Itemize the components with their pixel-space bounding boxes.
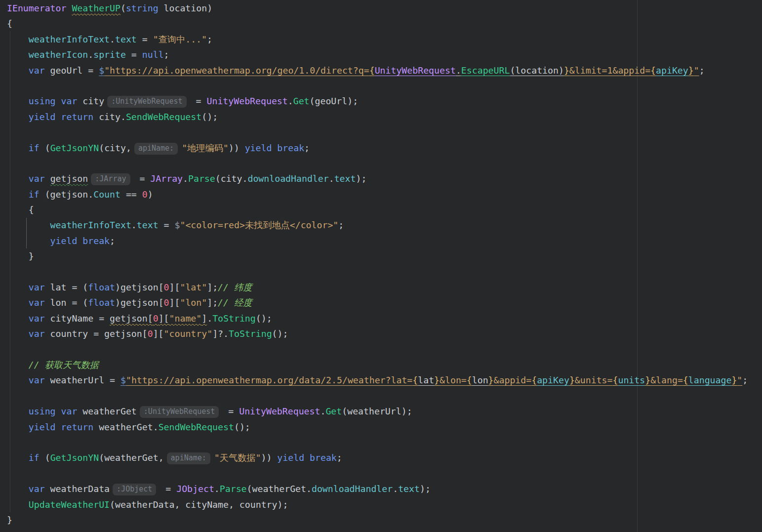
- code-line[interactable]: if (getjson.Count == 0): [7, 187, 762, 202]
- code-line[interactable]: UpdateWeatherUI(weatherData, cityName, c…: [7, 497, 762, 512]
- token-interpolation-brace: {: [531, 375, 537, 385]
- token-text: ][: [169, 297, 180, 308]
- token-text: [77, 236, 82, 246]
- token-string: &limit=1&appid=: [569, 65, 650, 76]
- token-field: text: [115, 34, 137, 44]
- code-line[interactable]: [7, 124, 762, 140]
- token-text: }: [7, 251, 34, 261]
- token-text: {: [7, 18, 12, 29]
- token-text: [56, 96, 61, 106]
- token-number: 0: [153, 313, 159, 324]
- token-number: 0: [148, 328, 153, 339]
- code-line[interactable]: {: [7, 16, 762, 31]
- code-line[interactable]: yield break;: [7, 233, 762, 248]
- token-text: [7, 96, 29, 106]
- code-line[interactable]: using var city:UnityWebRequest = UnityWe…: [7, 93, 762, 109]
- token-inlay-hint: :JArray: [91, 173, 130, 185]
- token-field: units: [618, 375, 645, 385]
- token-number: 0: [164, 282, 169, 292]
- code-line[interactable]: var weatherUrl = $"https://api.openweath…: [7, 372, 762, 388]
- code-line[interactable]: }: [7, 512, 762, 528]
- code-line[interactable]: [7, 466, 762, 481]
- token-inlay-hint: :UnityWebRequest: [107, 96, 187, 108]
- code-line[interactable]: {: [7, 202, 762, 217]
- code-line[interactable]: var lat = (float)getjson[0]["lat"];// 纬度: [7, 280, 762, 295]
- token-text: geoUrl =: [45, 65, 99, 76]
- token-keyword: string: [126, 3, 159, 13]
- code-line[interactable]: var weatherData:JObject = JObject.Parse(…: [7, 481, 762, 496]
- code-line[interactable]: var cityName = getjson[0]["name"].ToStri…: [7, 311, 762, 326]
- code-line[interactable]: }: [7, 248, 762, 264]
- code-line[interactable]: if (GetJsonYN(weatherGet,apiName:"天气数据")…: [7, 450, 762, 465]
- token-text: [7, 452, 29, 463]
- token-text: =: [159, 220, 175, 230]
- token-text: [66, 3, 72, 13]
- token-keyword: break: [310, 452, 337, 463]
- token-interpolation-dollar: $: [120, 375, 126, 385]
- code-line[interactable]: var country = getjson[0]["country"]?.ToS…: [7, 326, 762, 341]
- token-field: text: [398, 484, 420, 494]
- token-field: language: [688, 375, 732, 385]
- token-text: weatherGet.: [93, 422, 158, 432]
- code-line[interactable]: yield return city.SendWebRequest();: [7, 109, 762, 124]
- token-method: UpdateWeatherUI: [29, 499, 110, 510]
- code-line[interactable]: [7, 264, 762, 280]
- token-method: Parse: [220, 484, 247, 494]
- code-line[interactable]: weatherInfoText.text = "查询中...";: [7, 32, 762, 47]
- token-keyword: yield: [50, 236, 78, 246]
- code-line[interactable]: [7, 388, 762, 404]
- token-text: [7, 49, 29, 60]
- token-method: ToString: [229, 328, 272, 339]
- code-line[interactable]: [7, 435, 762, 450]
- token-text: (: [40, 143, 50, 153]
- token-number: 0: [164, 297, 169, 308]
- token-comment: // 纬度: [218, 282, 252, 292]
- token-keyword: var: [29, 297, 45, 308]
- token-keyword: var: [29, 282, 45, 292]
- token-text: =: [160, 484, 176, 494]
- token-keyword: using: [29, 96, 56, 106]
- token-method: SendWebRequest: [126, 112, 201, 122]
- token-text: weatherData: [45, 484, 110, 494]
- token-method: Parse: [188, 173, 215, 184]
- code-line[interactable]: weatherIcon.sprite = null;: [7, 47, 762, 62]
- token-text: =: [191, 96, 207, 106]
- token-keyword: if: [29, 189, 40, 200]
- code-line[interactable]: if (GetJsonYN(city,apiName:"地理编码")) yiel…: [7, 140, 762, 156]
- token-text: [7, 375, 29, 385]
- token-text: [7, 499, 29, 510]
- code-line[interactable]: [7, 342, 762, 357]
- code-line[interactable]: yield return weatherGet.SendWebRequest()…: [7, 419, 762, 435]
- token-text: ;: [164, 49, 169, 60]
- token-text: [272, 143, 277, 153]
- token-text: ;: [110, 236, 115, 246]
- token-method: Get: [325, 406, 342, 416]
- token-keyword: var: [29, 173, 45, 184]
- token-class-type: JObject: [176, 484, 214, 494]
- token-field: text: [137, 220, 159, 230]
- code-line[interactable]: var geoUrl = $"https://api.openweatherma…: [7, 63, 762, 78]
- token-text: .: [456, 65, 461, 76]
- code-line[interactable]: var lon = (float)getjson[0]["lon"];// 经度: [7, 295, 762, 310]
- token-text: ];: [207, 282, 218, 292]
- code-line[interactable]: [7, 156, 762, 171]
- token-string: "https://api.openweathermap.org/data/2.5…: [126, 375, 412, 385]
- token-text: ): [148, 189, 153, 200]
- token-text: [7, 484, 29, 494]
- code-line[interactable]: IEnumerator WeatherUP(string location): [7, 0, 762, 16]
- code-line[interactable]: var getjson:JArray = JArray.Parse(city.d…: [7, 171, 762, 186]
- token-interpolation-brace: {: [369, 65, 375, 76]
- token-interpolation-brace: {: [467, 375, 472, 385]
- token-text: (weatherData, cityName, country);: [110, 499, 288, 510]
- token-method: GetJsonYN: [50, 143, 99, 153]
- code-line[interactable]: weatherInfoText.text = $"<color=red>未找到地…: [7, 217, 762, 233]
- token-text: ();: [256, 313, 272, 324]
- token-text: .: [110, 34, 115, 44]
- code-line[interactable]: [7, 78, 762, 93]
- code-line[interactable]: using var weatherGet:UnityWebRequest = U…: [7, 404, 762, 419]
- token-keyword: return: [61, 112, 94, 122]
- token-field: Count: [93, 189, 120, 200]
- code-editor[interactable]: IEnumerator WeatherUP(string location){ …: [0, 0, 762, 532]
- token-interpolation-brace: {: [683, 375, 688, 385]
- code-line[interactable]: // 获取天气数据: [7, 357, 762, 372]
